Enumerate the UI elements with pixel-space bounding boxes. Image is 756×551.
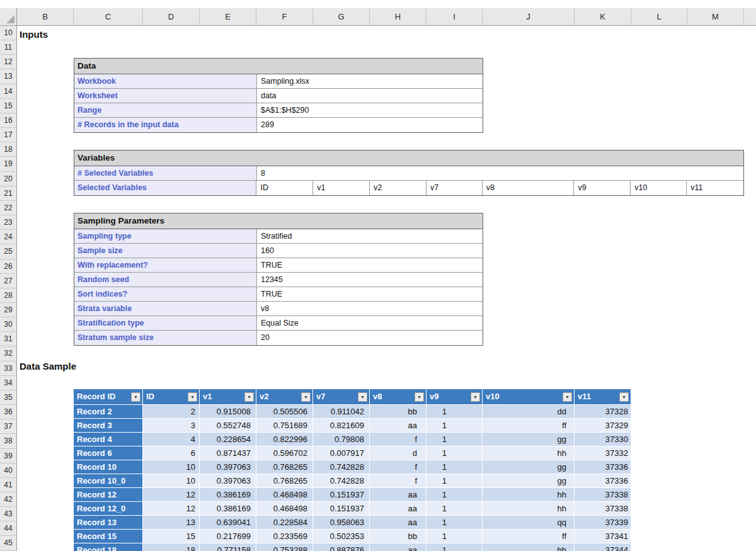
sample-cell[interactable]: 37341 <box>575 530 631 543</box>
sampling-param-label[interactable]: Strata variable <box>74 302 257 315</box>
sample-cell[interactable]: 15 <box>143 530 200 543</box>
data-param-value[interactable]: Sampling.xlsx <box>257 74 483 88</box>
row-header-37[interactable]: 37 <box>0 419 16 434</box>
sample-header-v7[interactable]: v7▼ <box>313 389 370 405</box>
sample-cell[interactable]: 0.397063 <box>200 474 256 488</box>
sample-cell[interactable]: 10 <box>143 474 200 488</box>
select-all-button[interactable] <box>0 8 17 25</box>
sample-record-id-cell[interactable]: Record 2 <box>74 405 143 419</box>
row-header-15[interactable]: 15 <box>0 99 16 113</box>
row-header-30[interactable]: 30 <box>0 317 16 332</box>
sample-cell[interactable]: 0.007917 <box>313 446 370 460</box>
row-header-29[interactable]: 29 <box>0 303 16 317</box>
row-header-38[interactable]: 38 <box>0 434 16 448</box>
row-header-39[interactable]: 39 <box>0 449 16 463</box>
sampling-param-value[interactable]: 12345 <box>257 273 483 287</box>
variables-count-value[interactable]: 8 <box>257 166 743 180</box>
sample-header-v1[interactable]: v1▼ <box>200 389 256 405</box>
sample-record-id-cell[interactable]: Record 10_0 <box>74 474 143 488</box>
sample-cell[interactable]: gg <box>483 474 575 488</box>
sampling-param-value[interactable]: Equal Size <box>257 316 483 330</box>
sample-cell[interactable]: 0.639041 <box>200 516 256 530</box>
sample-record-id-cell[interactable]: Record 3 <box>74 419 143 433</box>
column-header-J[interactable]: J <box>483 8 575 25</box>
sample-cell[interactable]: 37338 <box>575 502 631 516</box>
variables-count-label[interactable]: # Selected Variables <box>74 166 257 180</box>
sample-cell[interactable]: hh <box>483 446 575 460</box>
column-header-M[interactable]: M <box>687 8 744 25</box>
selected-variable-cell[interactable]: v1 <box>313 181 370 195</box>
sample-cell[interactable]: 13 <box>143 516 200 530</box>
column-header-D[interactable]: D <box>143 8 200 25</box>
sample-cell[interactable]: 1 <box>427 433 483 446</box>
sample-cell[interactable]: hh <box>483 488 575 502</box>
sample-cell[interactable]: 2 <box>143 405 200 419</box>
row-header-45[interactable]: 45 <box>0 536 16 550</box>
sample-cell[interactable]: 0.751689 <box>256 419 313 433</box>
sample-cell[interactable]: f <box>370 474 427 488</box>
column-header-C[interactable]: C <box>74 8 143 25</box>
sample-record-id-cell[interactable]: Record 4 <box>74 433 143 446</box>
selected-variable-cell[interactable]: v9 <box>574 181 631 195</box>
column-header-E[interactable]: E <box>200 8 256 25</box>
row-header-18[interactable]: 18 <box>0 142 16 157</box>
sample-cell[interactable]: 12 <box>143 502 200 516</box>
column-header-G[interactable]: G <box>313 8 370 25</box>
sample-cell[interactable]: 0.822996 <box>256 433 313 446</box>
row-header-17[interactable]: 17 <box>0 128 16 142</box>
sample-cell[interactable]: 0.753288 <box>256 543 313 551</box>
sample-cell[interactable]: 0.386169 <box>200 502 256 516</box>
sample-record-id-cell[interactable]: Record 12 <box>74 488 143 502</box>
sample-cell[interactable]: 37336 <box>575 474 631 488</box>
sample-cell[interactable]: 1 <box>427 488 483 502</box>
sample-cell[interactable]: 6 <box>143 446 200 460</box>
sample-cell[interactable]: aa <box>370 419 427 433</box>
row-header-42[interactable]: 42 <box>0 492 16 507</box>
sample-record-id-cell[interactable]: Record 13 <box>74 516 143 530</box>
sample-cell[interactable]: d <box>370 446 427 460</box>
column-header-F[interactable]: F <box>256 8 313 25</box>
sampling-param-label[interactable]: Stratum sample size <box>74 331 257 345</box>
selected-variable-cell[interactable]: v10 <box>631 181 687 195</box>
sample-cell[interactable]: 0.502353 <box>313 530 370 543</box>
data-section-header[interactable]: Data <box>74 59 483 74</box>
sample-cell[interactable]: 1 <box>427 543 483 551</box>
selected-variable-cell[interactable]: v8 <box>483 181 575 195</box>
column-header-K[interactable]: K <box>575 8 631 25</box>
sample-header-v10[interactable]: v10▼ <box>483 389 575 405</box>
sample-cell[interactable]: 0.233569 <box>256 530 313 543</box>
sampling-param-value[interactable]: 160 <box>257 244 483 258</box>
row-header-36[interactable]: 36 <box>0 405 16 419</box>
sample-cell[interactable]: 1 <box>427 405 483 419</box>
row-header-25[interactable]: 25 <box>0 244 16 259</box>
data-param-label[interactable]: Workbook <box>74 74 257 88</box>
sample-header-record-id[interactable]: Record ID▼ <box>74 389 143 405</box>
sample-cell[interactable]: 4 <box>143 433 200 446</box>
sampling-parameters-header[interactable]: Sampling Parameters <box>74 213 483 229</box>
sample-cell[interactable]: 1 <box>427 419 483 433</box>
row-header-11[interactable]: 11 <box>0 40 16 55</box>
selected-variable-cell[interactable]: ID <box>256 181 313 195</box>
sample-cell[interactable]: 0.958063 <box>313 516 370 530</box>
filter-button[interactable]: ▼ <box>301 392 311 402</box>
row-header-16[interactable]: 16 <box>0 113 16 128</box>
sample-record-id-cell[interactable]: Record 10 <box>74 460 143 474</box>
sample-cell[interactable]: 37336 <box>575 460 631 474</box>
sample-cell[interactable]: 0.228654 <box>200 433 256 446</box>
row-header-24[interactable]: 24 <box>0 230 16 244</box>
sample-record-id-cell[interactable]: Record 12_0 <box>74 502 143 516</box>
sampling-param-value[interactable]: Stratified <box>257 229 483 243</box>
data-param-label[interactable]: # Records in the input data <box>74 118 257 132</box>
row-header-34[interactable]: 34 <box>0 376 16 390</box>
sample-cell[interactable]: 0.468498 <box>256 488 313 502</box>
selected-variable-cell[interactable]: v2 <box>370 181 427 195</box>
row-header-31[interactable]: 31 <box>0 332 16 346</box>
data-param-value[interactable]: 289 <box>257 118 483 132</box>
row-header-44[interactable]: 44 <box>0 521 16 536</box>
row-header-40[interactable]: 40 <box>0 463 16 478</box>
sample-cell[interactable]: 0.821609 <box>313 419 370 433</box>
sample-cell[interactable]: f <box>370 433 427 446</box>
row-header-20[interactable]: 20 <box>0 172 16 186</box>
sample-cell[interactable]: aa <box>370 488 427 502</box>
row-header-28[interactable]: 28 <box>0 288 16 303</box>
